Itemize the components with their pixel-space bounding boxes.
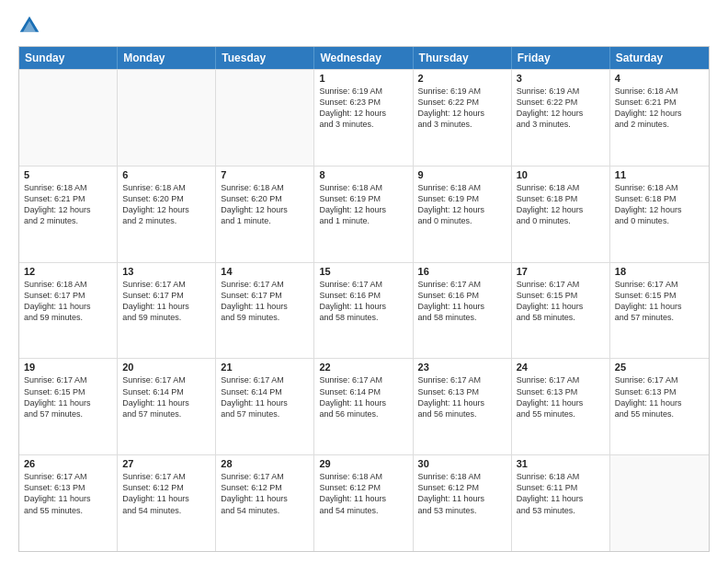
cell-line: Daylight: 11 hours [122, 397, 210, 408]
cell-line: and 59 minutes. [122, 312, 210, 323]
calendar-cell: 14Sunrise: 6:17 AMSunset: 6:17 PMDayligh… [216, 263, 314, 359]
day-number: 5 [24, 169, 112, 180]
cell-line: Sunrise: 6:17 AM [517, 279, 605, 290]
cell-line: and 53 minutes. [517, 505, 605, 516]
day-number: 28 [221, 458, 309, 469]
cal-header-day: Saturday [610, 47, 709, 69]
cell-line: and 59 minutes. [221, 312, 309, 323]
cell-line: Sunrise: 6:17 AM [24, 374, 112, 385]
calendar-cell [19, 70, 118, 166]
day-number: 17 [517, 266, 605, 277]
cell-line: Sunrise: 6:17 AM [221, 374, 309, 385]
calendar-cell: 21Sunrise: 6:17 AMSunset: 6:14 PMDayligh… [216, 359, 314, 454]
calendar-cell: 23Sunrise: 6:17 AMSunset: 6:13 PMDayligh… [414, 359, 512, 454]
cell-line: Sunrise: 6:18 AM [24, 182, 112, 193]
day-number: 24 [517, 362, 605, 373]
day-number: 12 [24, 266, 112, 277]
cell-line: Sunset: 6:13 PM [517, 386, 605, 397]
logo [18, 15, 44, 37]
day-number: 22 [319, 362, 407, 373]
cell-line: and 56 minutes. [319, 408, 407, 419]
cell-line: and 2 minutes. [24, 215, 112, 226]
cell-line: Sunset: 6:12 PM [221, 482, 309, 493]
calendar-cell: 7Sunrise: 6:18 AMSunset: 6:20 PMDaylight… [216, 167, 314, 262]
cell-line: Daylight: 12 hours [418, 204, 506, 215]
day-number: 3 [517, 73, 605, 84]
calendar-cell: 13Sunrise: 6:17 AMSunset: 6:17 PMDayligh… [118, 263, 216, 359]
cell-line: and 57 minutes. [615, 312, 704, 323]
cell-line: Sunrise: 6:17 AM [221, 471, 309, 482]
cell-line: Sunset: 6:15 PM [517, 290, 605, 301]
cell-line: and 0 minutes. [517, 215, 605, 226]
day-number: 4 [615, 73, 704, 84]
calendar-cell: 27Sunrise: 6:17 AMSunset: 6:12 PMDayligh… [118, 455, 216, 551]
cell-line: Sunset: 6:23 PM [319, 97, 407, 108]
cell-line: Sunrise: 6:17 AM [615, 279, 704, 290]
logo-icon [18, 15, 40, 37]
calendar-cell: 1Sunrise: 6:19 AMSunset: 6:23 PMDaylight… [314, 70, 413, 166]
cell-line: Sunrise: 6:17 AM [517, 374, 605, 385]
cell-line: Sunset: 6:17 PM [122, 290, 210, 301]
day-number: 23 [418, 362, 506, 373]
cell-line: Daylight: 12 hours [122, 204, 210, 215]
cell-line: Sunrise: 6:17 AM [122, 471, 210, 482]
cell-line: Sunset: 6:15 PM [24, 386, 112, 397]
cell-line: Sunrise: 6:18 AM [615, 86, 704, 97]
page: SundayMondayTuesdayWednesdayThursdayFrid… [0, 0, 728, 563]
cal-header-day: Friday [512, 47, 610, 69]
cell-line: and 58 minutes. [517, 312, 605, 323]
day-number: 21 [221, 362, 309, 373]
cell-line: Daylight: 11 hours [517, 301, 605, 312]
cell-line: Daylight: 11 hours [418, 493, 506, 504]
cell-line: Sunrise: 6:17 AM [418, 279, 506, 290]
day-number: 30 [418, 458, 506, 469]
cell-line: Sunset: 6:17 PM [24, 290, 112, 301]
calendar-cell: 31Sunrise: 6:18 AMSunset: 6:11 PMDayligh… [512, 455, 610, 551]
cell-line: Sunrise: 6:18 AM [418, 471, 506, 482]
calendar-body: 1Sunrise: 6:19 AMSunset: 6:23 PMDaylight… [19, 69, 709, 551]
cell-line: Sunrise: 6:17 AM [319, 279, 407, 290]
calendar-cell: 12Sunrise: 6:18 AMSunset: 6:17 PMDayligh… [19, 263, 118, 359]
calendar-cell: 16Sunrise: 6:17 AMSunset: 6:16 PMDayligh… [414, 263, 512, 359]
calendar-cell: 19Sunrise: 6:17 AMSunset: 6:15 PMDayligh… [19, 359, 118, 454]
cell-line: Sunrise: 6:17 AM [615, 374, 704, 385]
cal-header-day: Tuesday [216, 47, 314, 69]
cell-line: Sunrise: 6:17 AM [221, 279, 309, 290]
cell-line: Sunrise: 6:18 AM [418, 182, 506, 193]
cal-header-day: Sunday [19, 47, 118, 69]
day-number: 26 [24, 458, 112, 469]
calendar-cell: 9Sunrise: 6:18 AMSunset: 6:19 PMDaylight… [414, 167, 512, 262]
cell-line: and 3 minutes. [418, 119, 506, 130]
cell-line: Sunrise: 6:18 AM [319, 471, 407, 482]
cell-line: Daylight: 11 hours [24, 397, 112, 408]
cell-line: and 59 minutes. [24, 312, 112, 323]
day-number: 1 [319, 73, 407, 84]
cell-line: Daylight: 12 hours [517, 108, 605, 119]
cell-line: Sunset: 6:18 PM [615, 193, 704, 204]
cell-line: and 54 minutes. [122, 505, 210, 516]
cell-line: Sunrise: 6:17 AM [122, 374, 210, 385]
cell-line: Daylight: 11 hours [221, 397, 309, 408]
calendar-cell: 24Sunrise: 6:17 AMSunset: 6:13 PMDayligh… [512, 359, 610, 454]
calendar-cell: 8Sunrise: 6:18 AMSunset: 6:19 PMDaylight… [314, 167, 413, 262]
cell-line: Sunset: 6:16 PM [418, 290, 506, 301]
cell-line: Daylight: 11 hours [418, 301, 506, 312]
cell-line: Daylight: 11 hours [319, 493, 407, 504]
calendar-cell: 4Sunrise: 6:18 AMSunset: 6:21 PMDaylight… [610, 70, 709, 166]
cell-line: and 58 minutes. [319, 312, 407, 323]
cell-line: Sunset: 6:22 PM [517, 97, 605, 108]
cell-line: Sunrise: 6:19 AM [517, 86, 605, 97]
calendar-cell [610, 455, 709, 551]
day-number: 10 [517, 169, 605, 180]
cell-line: Daylight: 11 hours [319, 301, 407, 312]
cell-line: and 0 minutes. [418, 215, 506, 226]
cell-line: Daylight: 11 hours [517, 397, 605, 408]
calendar-cell: 28Sunrise: 6:17 AMSunset: 6:12 PMDayligh… [216, 455, 314, 551]
cell-line: and 3 minutes. [319, 119, 407, 130]
cell-line: Sunset: 6:11 PM [517, 482, 605, 493]
calendar-cell: 11Sunrise: 6:18 AMSunset: 6:18 PMDayligh… [610, 167, 709, 262]
calendar-row: 5Sunrise: 6:18 AMSunset: 6:21 PMDaylight… [19, 166, 709, 262]
cell-line: Daylight: 11 hours [24, 301, 112, 312]
day-number: 14 [221, 266, 309, 277]
cell-line: Sunset: 6:16 PM [319, 290, 407, 301]
